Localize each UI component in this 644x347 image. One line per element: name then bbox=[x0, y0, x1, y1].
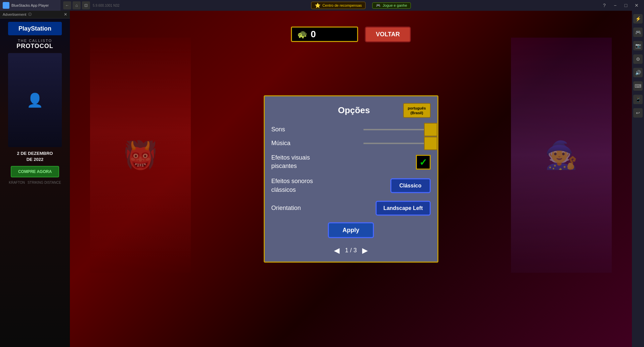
current-page: 1 bbox=[345, 247, 348, 254]
play-earn-button[interactable]: 🎮 Jogue e ganhe bbox=[372, 2, 411, 9]
app-name: BlueStacks App Player bbox=[11, 3, 49, 7]
publisher2: STRIKING DISTANCE bbox=[28, 181, 61, 184]
game-area: 👹 🧙 🐢 0 VOLTAR Opções português (Brasil)… bbox=[70, 11, 632, 347]
titlebar: BlueStacks App Player ← ⌂ ⊡ 5.9.600.1001… bbox=[0, 0, 644, 11]
visual-effects-checkbox[interactable]: ✓ bbox=[416, 155, 431, 170]
score-icon: 🐢 bbox=[297, 30, 307, 39]
pagination: ◀ 1 / 3 ▶ bbox=[271, 246, 431, 255]
prev-page-button[interactable]: ◀ bbox=[334, 246, 340, 255]
sidebar-icon-8[interactable]: ↩ bbox=[633, 108, 643, 118]
sound-effects-row: Efeitos sonorosclássicos Clássico bbox=[271, 177, 431, 194]
nav-buttons: ← ⌂ ⊡ 5.9.600.1001 N32 bbox=[60, 1, 122, 9]
game-subtitle: THE CALLISTO bbox=[16, 39, 53, 43]
sidebar-icon-6[interactable]: ⌨ bbox=[633, 81, 643, 91]
musica-control bbox=[345, 142, 431, 144]
character-placeholder: 👤 bbox=[27, 92, 43, 108]
musica-row: Música bbox=[271, 140, 431, 147]
help-button[interactable]: ? bbox=[600, 1, 609, 10]
sidebar-icon-5[interactable]: 🔊 bbox=[633, 68, 643, 77]
language-line1: português bbox=[408, 105, 426, 110]
score-display: 🐢 0 bbox=[291, 27, 358, 42]
maximize-button[interactable]: □ bbox=[621, 1, 631, 10]
window-controls: ? − □ ✕ bbox=[600, 1, 644, 10]
back-button[interactable]: VOLTAR bbox=[365, 27, 411, 42]
sons-control bbox=[345, 129, 431, 130]
options-header: Opções português (Brasil) bbox=[271, 103, 431, 118]
sound-effects-control: Clássico bbox=[345, 177, 431, 193]
ad-header: Advertisement ⓘ ✕ bbox=[0, 11, 70, 18]
minimize-button[interactable]: − bbox=[610, 1, 620, 10]
options-dialog: Opções português (Brasil) Sons Música bbox=[264, 95, 438, 262]
game-topbar: 🐢 0 VOLTAR bbox=[70, 11, 632, 51]
game-title-block: THE CALLISTO PROTOCOL bbox=[16, 39, 53, 50]
ad-character-image: 👤 bbox=[8, 53, 62, 147]
app-version: 5.9.600.1001 N32 bbox=[91, 4, 120, 7]
musica-label: Música bbox=[271, 140, 339, 147]
bg-character-left: 👹 bbox=[90, 38, 191, 273]
orientation-control: Landscape Left bbox=[345, 201, 431, 216]
orientation-button[interactable]: Landscape Left bbox=[376, 201, 430, 216]
musica-slider[interactable] bbox=[363, 142, 431, 144]
app-logo: BlueStacks App Player bbox=[0, 0, 60, 11]
publisher-info: KRAFTON STRIKING DISTANCE bbox=[9, 181, 61, 184]
next-page-button[interactable]: ▶ bbox=[362, 246, 368, 255]
sons-slider-handle[interactable] bbox=[424, 123, 437, 136]
musica-slider-track bbox=[363, 142, 431, 144]
page-separator: / bbox=[350, 247, 353, 254]
publisher1: KRAFTON bbox=[9, 181, 25, 184]
options-title: Opções bbox=[305, 105, 403, 116]
visual-effects-row: Efeitos visuaispiscantes ✓ bbox=[271, 154, 431, 170]
advertisement-panel: Advertisement ⓘ ✕ PlayStation THE CALLIS… bbox=[0, 11, 70, 347]
sidebar-icon-7[interactable]: 📱 bbox=[633, 95, 643, 104]
bg-character-right: 🧙 bbox=[511, 38, 612, 273]
orientation-label: Orientation bbox=[271, 205, 339, 212]
villain-character: 👹 bbox=[90, 38, 191, 273]
checkbox-check-icon: ✓ bbox=[419, 157, 427, 168]
page-info: 1 / 3 bbox=[345, 247, 357, 254]
home-nav-button[interactable]: ⌂ bbox=[73, 1, 81, 9]
back-nav-button[interactable]: ← bbox=[63, 1, 71, 9]
score-value: 0 bbox=[311, 29, 316, 40]
play-earn-label: Jogue e ganhe bbox=[383, 3, 407, 7]
orientation-row: Orientation Landscape Left bbox=[271, 201, 431, 216]
history-nav-button[interactable]: ⊡ bbox=[82, 1, 90, 9]
right-sidebar: ⚡ 🎮 📷 ⚙ 🔊 ⌨ 📱 ↩ bbox=[632, 11, 644, 347]
total-pages: 3 bbox=[353, 247, 357, 254]
titlebar-center: ⭐ Centro de recompensas 🎮 Jogue e ganhe bbox=[122, 2, 600, 9]
sidebar-icon-2[interactable]: 🎮 bbox=[633, 28, 643, 37]
sons-label: Sons bbox=[271, 126, 339, 133]
game-title: PROTOCOL bbox=[16, 43, 53, 50]
playstation-text: PlayStation bbox=[18, 25, 51, 32]
reward-icon: ⭐ bbox=[315, 3, 320, 8]
close-button[interactable]: ✕ bbox=[632, 1, 641, 10]
ad-date: 2 DE DEZEMBRO DE 2022 bbox=[17, 150, 53, 163]
ad-label: Advertisement bbox=[3, 12, 26, 16]
sons-row: Sons bbox=[271, 126, 431, 133]
buy-now-button[interactable]: COMPRE AGORA bbox=[11, 166, 59, 177]
visual-effects-control: ✓ bbox=[345, 154, 431, 170]
reward-center-button[interactable]: ⭐ Centro de recompensas bbox=[311, 2, 366, 9]
play-earn-icon: 🎮 bbox=[376, 3, 381, 8]
sons-slider-track bbox=[363, 129, 431, 130]
visual-effects-label: Efeitos visuaispiscantes bbox=[271, 154, 339, 170]
sidebar-icon-3[interactable]: 📷 bbox=[633, 41, 643, 50]
sidebar-icon-1[interactable]: ⚡ bbox=[633, 14, 643, 24]
playstation-logo: PlayStation bbox=[8, 22, 62, 35]
sound-effects-toggle[interactable]: Clássico bbox=[390, 178, 431, 193]
sound-effects-label: Efeitos sonorosclássicos bbox=[271, 177, 339, 194]
sons-slider[interactable] bbox=[363, 129, 431, 130]
hero-character: 🧙 bbox=[511, 38, 612, 273]
ad-info-icon: ⓘ bbox=[28, 12, 32, 17]
apply-button[interactable]: Apply bbox=[328, 222, 374, 238]
language-button[interactable]: português (Brasil) bbox=[403, 103, 431, 118]
ad-close-button[interactable]: ✕ bbox=[64, 12, 67, 17]
app-logo-icon bbox=[3, 2, 9, 9]
language-line2: (Brasil) bbox=[408, 111, 426, 115]
reward-center-label: Centro de recompensas bbox=[323, 3, 362, 7]
musica-slider-handle[interactable] bbox=[424, 136, 437, 150]
ad-content: PlayStation THE CALLISTO PROTOCOL 👤 2 DE… bbox=[0, 18, 70, 345]
sidebar-icon-4[interactable]: ⚙ bbox=[633, 54, 643, 64]
